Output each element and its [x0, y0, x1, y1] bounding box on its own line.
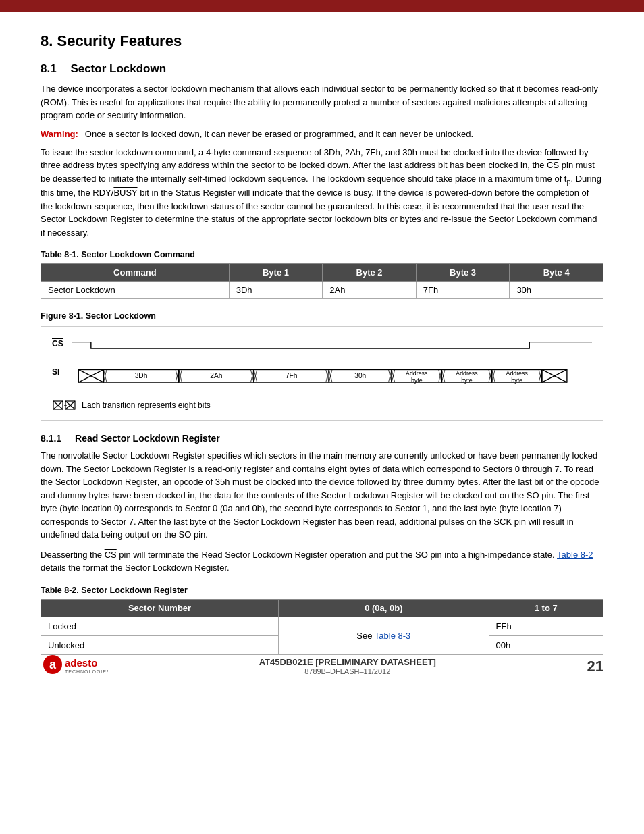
- cell-byte4: 30h: [510, 282, 603, 299]
- table-sector-lockdown-command: Command Byte 1 Byte 2 Byte 3 Byte 4 Sect…: [41, 263, 603, 299]
- svg-text:30h: 30h: [354, 373, 366, 380]
- reg-col-sector: Sector Number: [41, 599, 279, 617]
- cell-byte1: 3Dh: [229, 282, 323, 299]
- table8-2-link[interactable]: Table 8-2: [557, 550, 593, 560]
- legend-icon: [52, 400, 76, 411]
- svg-text:Address: Address: [406, 370, 428, 377]
- table2-caption: Table 8-2. Sector Lockdown Register: [41, 585, 603, 595]
- cell-locked-1to7: FFh: [489, 617, 603, 635]
- section-title-text: Security Features: [57, 32, 182, 49]
- svg-text:byte: byte: [461, 377, 473, 384]
- para3: The nonvolatile Sector Lockdown Register…: [41, 449, 603, 542]
- para4: Deasserting the CS pin will terminate th…: [41, 548, 603, 575]
- waveform-legend: Each transition represents eight bits: [52, 400, 592, 411]
- subsection-title-text: Sector Lockdown: [70, 62, 166, 75]
- footer-doc-sub: 8789B–DFLASH–11/2012: [259, 667, 436, 675]
- svg-text:Address: Address: [456, 370, 478, 377]
- svg-text:a: a: [49, 658, 57, 671]
- waveform-sector-lockdown: CS SI 3Dh: [41, 326, 603, 421]
- footer-doc-id: AT45DB021E [PRELIMINARY DATASHEET]: [259, 657, 436, 667]
- col-byte2: Byte 2: [323, 264, 417, 282]
- para2: To issue the sector lockdown command, a …: [41, 146, 603, 240]
- col-command: Command: [41, 264, 230, 282]
- section-number: 8.: [41, 32, 53, 49]
- table1-caption: Table 8-1. Sector Lockdown Command: [41, 250, 603, 259]
- table-sector-lockdown-register: Sector Number 0 (0a, 0b) 1 to 7 Locked S…: [41, 599, 603, 655]
- cell-command: Sector Lockdown: [41, 282, 230, 299]
- svg-text:Address: Address: [506, 370, 529, 377]
- si-signal-label: SI: [52, 367, 59, 377]
- col-byte4: Byte 4: [510, 264, 603, 282]
- reg-col-1to7: 1 to 7: [489, 599, 603, 617]
- svg-text:adesto: adesto: [65, 657, 97, 669]
- legend-text: Each transition represents eight bits: [82, 400, 211, 410]
- section-8-title: 8. Security Features: [41, 32, 603, 50]
- svg-text:TECHNOLOGIES: TECHNOLOGIES: [65, 669, 108, 674]
- subsubsection-8-1-1-title: 8.1.1 Read Sector Lockdown Register: [41, 433, 603, 444]
- cell-see-table8-3: See Table 8-3: [279, 617, 489, 654]
- svg-text:byte: byte: [411, 377, 423, 384]
- cell-byte2: 2Ah: [323, 282, 417, 299]
- cell-byte3: 7Fh: [416, 282, 510, 299]
- page-footer: a adesto TECHNOLOGIES AT45DB021E [PRELIM…: [0, 651, 644, 675]
- subsection-8-1-title: 8.1 Sector Lockdown: [41, 62, 603, 76]
- warning-label: Warning:: [41, 129, 78, 139]
- svg-text:3Dh: 3Dh: [135, 373, 148, 380]
- footer-doc-info: AT45DB021E [PRELIMINARY DATASHEET] 8789B…: [259, 657, 436, 675]
- cs-overline: CS: [105, 550, 117, 560]
- subsection-number: 8.1: [41, 62, 57, 75]
- figure1-caption: Figure 8-1. Sector Lockdown: [41, 311, 603, 321]
- table8-3-link[interactable]: Table 8-3: [375, 631, 410, 641]
- col-byte1: Byte 1: [229, 264, 323, 282]
- table-row: Sector Lockdown 3Dh 2Ah 7Fh 30h: [41, 282, 603, 299]
- waveform-svg: 3Dh 2Ah 7Fh: [72, 335, 592, 396]
- col-byte3: Byte 3: [416, 264, 510, 282]
- subsubsection-title-text: Read Sector Lockdown Register: [75, 433, 220, 444]
- svg-text:2Ah: 2Ah: [210, 373, 222, 380]
- cell-locked-label: Locked: [41, 617, 279, 635]
- waveform-area: CS SI 3Dh: [52, 335, 592, 396]
- top-bar: [0, 0, 644, 12]
- subsubsection-number: 8.1.1: [41, 433, 61, 444]
- svg-text:byte: byte: [511, 377, 522, 384]
- adesto-logo-svg: a adesto TECHNOLOGIES: [41, 651, 108, 675]
- warning-block: Warning: Once a sector is locked down, i…: [41, 129, 603, 139]
- svg-text:7Fh: 7Fh: [286, 373, 298, 380]
- reg-col-0: 0 (0a, 0b): [279, 599, 489, 617]
- table-row-locked: Locked See Table 8-3 FFh: [41, 617, 603, 635]
- cs-signal-label: CS: [52, 339, 63, 348]
- footer-logo: a adesto TECHNOLOGIES: [41, 651, 108, 675]
- warning-text: Once a sector is locked down, it can nev…: [85, 129, 473, 139]
- para1: The device incorporates a sector lockdow…: [41, 82, 603, 122]
- footer-page-number: 21: [587, 658, 603, 675]
